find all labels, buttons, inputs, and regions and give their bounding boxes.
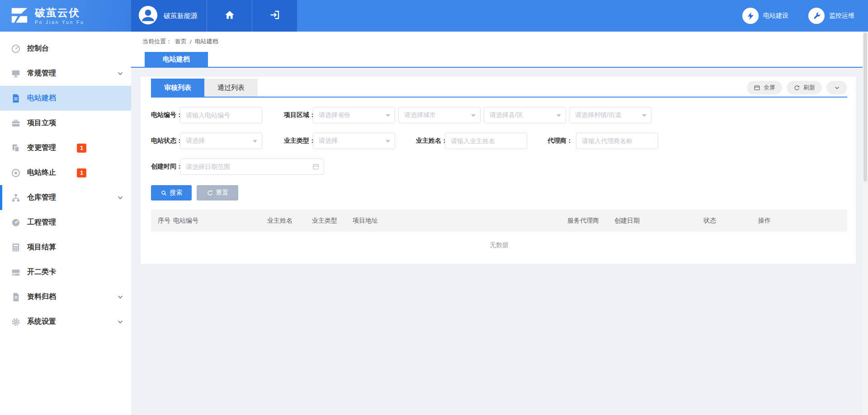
reset-icon (207, 190, 213, 196)
chevron-down-icon (117, 294, 123, 300)
chevron-down-icon (117, 195, 123, 201)
archive-icon (11, 292, 21, 302)
nav-station-build-label: 电站建设 (763, 12, 788, 20)
sidebar-item-label: 变更管理 (27, 143, 56, 153)
user-name: 破茧新能源 (164, 12, 198, 20)
table-header-station-no: 电站编号 (173, 217, 267, 225)
sidebar-item-change-mgmt[interactable]: 变更管理 1 (0, 135, 131, 160)
notification-badge: 1 (77, 168, 86, 177)
search-button[interactable]: 搜索 (151, 185, 192, 201)
date-range-input[interactable] (180, 159, 324, 175)
sidebar-item-project-settlement[interactable]: 项目结算 (0, 235, 131, 260)
form-row-2: 电站状态： 请选择 业主类型： 请选择 业主 (151, 133, 847, 149)
sitemap-icon (11, 193, 21, 203)
city-select[interactable]: 请选择城市 (398, 107, 481, 123)
town-select[interactable]: 请选择村镇/街道 (569, 107, 651, 123)
sidebar-item-general-mgmt[interactable]: 常规管理 (0, 61, 131, 86)
table-header-status: 状态 (703, 217, 758, 225)
sidebar-item-station-archive[interactable]: 电站建档 (0, 86, 131, 111)
home-button[interactable] (207, 0, 252, 32)
app-logo[interactable]: 破茧云伏 Po Jian Yun Fu (0, 0, 131, 32)
agent-input[interactable] (576, 133, 658, 149)
page-scrollbar (863, 32, 868, 415)
search-icon (160, 190, 167, 196)
sidebar-item-system-settings[interactable]: 系统设置 (0, 309, 131, 334)
station-status-value: 请选择 (186, 137, 205, 145)
nav-station-build[interactable]: 电站建设 (742, 8, 788, 24)
scrollbar-thumb[interactable] (863, 33, 867, 182)
logout-button[interactable] (252, 0, 297, 32)
sidebar-item-label: 常规管理 (27, 69, 56, 78)
fullscreen-button[interactable]: 全屏 (747, 81, 782, 94)
station-status-select[interactable]: 请选择 (180, 133, 262, 149)
tab-review-list[interactable]: 审核列表 (151, 79, 204, 97)
owner-type-value: 请选择 (319, 137, 338, 145)
sidebar-item-label: 仓库管理 (27, 193, 56, 202)
owner-name-input[interactable] (445, 133, 527, 149)
create-time-label: 创建时间： (151, 163, 180, 171)
document-icon (11, 93, 21, 103)
owner-type-select[interactable]: 请选择 (313, 133, 395, 149)
breadcrumb-home-link[interactable]: 首页 (175, 37, 187, 46)
province-select[interactable]: 请选择省份 (313, 107, 395, 123)
briefcase-icon (11, 118, 21, 128)
refresh-button[interactable]: 刷新 (787, 81, 822, 94)
sidebar-item-project-approval[interactable]: 项目立项 (0, 111, 131, 135)
copy-icon (11, 143, 21, 153)
tabs-underline (151, 97, 847, 98)
collapse-toolbar-button[interactable] (826, 81, 847, 94)
table-header-owner-type: 业主类型 (312, 217, 353, 225)
sidebar-item-label: 开二类卡 (27, 267, 56, 277)
county-select-value: 请选择县/区 (490, 111, 523, 119)
page-tab-station-archive[interactable]: 电站建档 (145, 52, 208, 67)
user-avatar-icon (138, 5, 158, 27)
agent-label: 代理商： (547, 137, 576, 145)
chevron-down-icon (117, 70, 123, 77)
search-button-label: 搜索 (170, 189, 183, 197)
lightning-icon (742, 8, 759, 24)
reset-button[interactable]: 重置 (197, 185, 238, 201)
caret-down-icon (253, 140, 257, 145)
sidebar-item-warehouse-mgmt[interactable]: 仓库管理 (0, 185, 131, 210)
table-header-owner-name: 业主姓名 (267, 217, 312, 225)
monitor-icon (11, 69, 21, 79)
user-menu-button[interactable]: 破茧新能源 (131, 0, 207, 32)
breadcrumb-prefix: 当前位置： (142, 37, 172, 46)
sidebar-item-console[interactable]: 控制台 (0, 36, 131, 61)
logo-title: 破茧云伏 (35, 7, 85, 19)
logout-icon (269, 9, 280, 22)
sidebar: 控制台 常规管理 电站建档 项目立项 变更管理 1 电站终止 1 (0, 32, 131, 415)
sidebar-item-station-termination[interactable]: 电站终止 1 (0, 160, 131, 185)
nav-monitor-ops[interactable]: 监控运维 (808, 8, 854, 24)
list-panel: 审核列表 通过列表 全屏 刷新 (141, 77, 856, 264)
nav-monitor-ops-label: 监控运维 (829, 12, 854, 20)
logo-subtitle: Po Jian Yun Fu (35, 20, 85, 25)
sidebar-item-data-archive[interactable]: 资料归档 (0, 284, 131, 309)
county-select[interactable]: 请选择县/区 (484, 107, 566, 123)
sidebar-item-engineering-mgmt[interactable]: 工程管理 (0, 210, 131, 235)
record-icon (11, 168, 21, 178)
table-header-row: 序号 电站编号 业主姓名 业主类型 项目地址 服务代理商 创建日期 状态 操作 (151, 210, 847, 232)
breadcrumb-current: 电站建档 (195, 37, 218, 46)
station-no-input[interactable] (180, 107, 262, 123)
caret-down-icon (386, 140, 390, 145)
owner-type-label: 业主类型： (284, 137, 313, 145)
sidebar-item-label: 电站建档 (27, 93, 56, 103)
table-header-service-agent: 服务代理商 (567, 217, 614, 225)
owner-name-label: 业主姓名： (416, 137, 445, 145)
main-area: 审核列表 通过列表 全屏 刷新 (131, 68, 868, 264)
pojian-logo-mark (10, 5, 29, 26)
breadcrumb: 当前位置： 首页 / 电站建档 (142, 37, 868, 46)
town-select-value: 请选择村镇/街道 (575, 111, 621, 119)
form-row-3: 创建时间： (151, 159, 847, 175)
form-row-1: 电站编号： 项目区域： 请选择省份 请选择城市 (151, 107, 847, 123)
table-header-create-date: 创建日期 (614, 217, 703, 225)
results-table: 序号 电站编号 业主姓名 业主类型 项目地址 服务代理商 创建日期 状态 操作 … (151, 210, 847, 259)
panel-tabs-row: 审核列表 通过列表 全屏 刷新 (151, 79, 847, 97)
breadcrumb-bar: 当前位置： 首页 / 电站建档 电站建档 (131, 32, 868, 68)
card-icon (11, 267, 21, 277)
station-status-label: 电站状态： (151, 137, 180, 145)
calculator-icon (11, 242, 21, 252)
tab-passed-list[interactable]: 通过列表 (204, 79, 258, 97)
sidebar-item-open-type2-card[interactable]: 开二类卡 (0, 260, 131, 284)
